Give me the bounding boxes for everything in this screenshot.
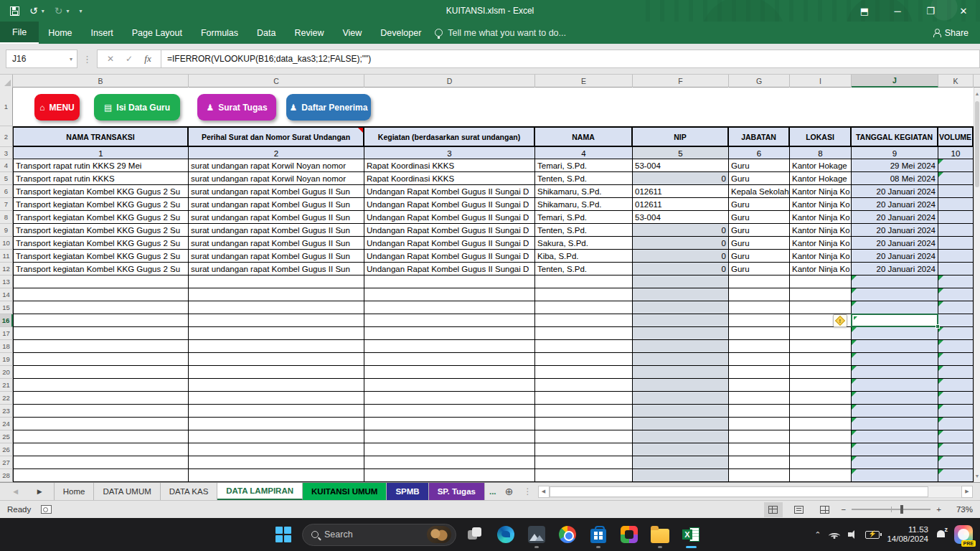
zoom-handle[interactable] [900,505,903,514]
cell-F9[interactable]: 0 [633,224,729,237]
page-break-view-icon[interactable] [816,502,834,517]
cell-G11[interactable]: Guru [729,250,790,263]
cell-I26[interactable] [790,443,852,456]
cell-E17[interactable] [535,327,633,340]
cell-D26[interactable] [364,443,535,456]
cell-G17[interactable] [729,327,790,340]
page-layout-view-icon[interactable] [790,502,809,517]
row-header-18[interactable]: 18 [0,340,13,353]
cell-G8[interactable]: Guru [729,211,790,224]
cell-D16[interactable] [364,314,535,327]
row-header-28[interactable]: 28 [0,469,13,482]
cell-K6[interactable] [938,185,974,198]
row-header-19[interactable]: 19 [0,353,13,366]
task-view-button[interactable] [463,522,487,547]
cell-K23[interactable] [938,405,974,418]
row-header-24[interactable]: 24 [0,418,13,430]
cell-J23[interactable] [852,405,938,418]
cell-B26[interactable] [13,443,189,456]
row-header-21[interactable]: 21 [0,379,13,392]
cell-F28[interactable] [633,469,729,482]
cell-K16[interactable] [938,314,974,327]
cell-G13[interactable] [729,276,790,288]
cell-K26[interactable] [938,443,974,456]
cell-C9[interactable]: surat undangan rapat Kombel Gugus II Sun [189,224,364,237]
cell-I4[interactable]: Kantor Hokage [790,159,852,172]
row-header-5[interactable]: 5 [0,172,13,185]
cell-D7[interactable]: Undangan Rapat Kombel Gugus II Sungai D [364,198,535,211]
sheet-nav-left-icon[interactable]: ◄ [11,487,19,496]
cell-G4[interactable]: Guru [729,159,790,172]
cell-K18[interactable] [938,340,974,353]
cell-I23[interactable] [790,405,852,418]
save-icon[interactable] [10,6,19,16]
start-button[interactable] [271,522,296,547]
horizontal-scroll-track[interactable] [550,486,961,498]
cell-J15[interactable] [852,301,938,314]
cell-G22[interactable] [729,392,790,405]
cell-B23[interactable] [13,405,189,418]
cell-B16[interactable] [13,314,189,327]
cell-G26[interactable] [729,443,790,456]
cell-J8[interactable]: 20 Januari 2024 [852,211,938,224]
cell-B18[interactable] [13,340,189,353]
cell-G20[interactable] [729,366,790,379]
cell-I13[interactable] [790,276,852,288]
cell-I17[interactable] [790,327,852,340]
cell-F7[interactable]: 012611 [633,198,729,211]
cell-K22[interactable] [938,392,974,405]
cell-E13[interactable] [535,276,633,288]
cell-E12[interactable]: Tenten, S.Pd. [535,263,633,276]
cell-I22[interactable] [790,392,852,405]
row-header-14[interactable]: 14 [0,288,13,301]
cell-E5[interactable]: Tenten, S.Pd. [535,172,633,185]
cell-D25[interactable] [364,430,535,443]
store-icon[interactable] [586,522,611,547]
cell-C28[interactable] [189,469,364,482]
sheet-tab--[interactable]: ... [485,483,501,500]
cell-D22[interactable] [364,392,535,405]
cell-J26[interactable] [852,443,938,456]
cell-K4[interactable] [938,159,974,172]
fill-handle[interactable] [936,324,940,329]
cell-F24[interactable] [633,418,729,430]
name-box[interactable]: J16 ▾ [6,50,77,68]
cell-F26[interactable] [633,443,729,456]
cell-J13[interactable] [852,276,938,288]
sheet-tab-data-umum[interactable]: DATA UMUM [94,483,160,500]
cell-J3[interactable]: 9 [852,147,938,159]
sheet-tab-kuitansi-umum[interactable]: KUITANSI UMUM [303,483,387,500]
row-header-12[interactable]: 12 [0,263,13,276]
ribbon-tab-view[interactable]: View [333,22,371,44]
cell-D3[interactable]: 3 [364,147,535,159]
cell-B17[interactable] [13,327,189,340]
cell-I3[interactable]: 8 [790,147,852,159]
cell-B13[interactable] [13,276,189,288]
cell-J19[interactable] [852,353,938,366]
cell-J14[interactable] [852,288,938,301]
chrome-icon[interactable] [555,522,580,547]
row-header-11[interactable]: 11 [0,250,13,263]
scroll-down-icon[interactable]: ▼ [974,470,980,482]
clock[interactable]: 11.53 14/08/2024 [887,525,928,544]
undo-icon[interactable]: ↺ [29,5,38,17]
cell-D17[interactable] [364,327,535,340]
column-header-B[interactable]: B [13,75,189,88]
cell-I18[interactable] [790,340,852,353]
cell-D2[interactable]: Kegiatan (berdasarkan surat undangan) [364,126,535,147]
enter-icon[interactable]: ✓ [121,54,138,64]
column-header-E[interactable]: E [535,75,633,88]
normal-view-icon[interactable] [764,502,783,517]
cell-K14[interactable] [938,288,974,301]
cell-F2[interactable]: NIP [633,126,729,147]
cell-F15[interactable] [633,301,729,314]
cell-E24[interactable] [535,418,633,430]
cell-C3[interactable]: 2 [189,147,364,159]
cell-E3[interactable]: 4 [535,147,633,159]
cell-D14[interactable] [364,288,535,301]
cell-E18[interactable] [535,340,633,353]
cell-B11[interactable]: Transport kegiatan Kombel KKG Gugus 2 Su [13,250,189,263]
cell-B3[interactable]: 1 [13,147,189,159]
sheet-tab-data-lampiran[interactable]: DATA LAMPIRAN [217,483,303,500]
cell-J11[interactable]: 20 Januari 2024 [852,250,938,263]
